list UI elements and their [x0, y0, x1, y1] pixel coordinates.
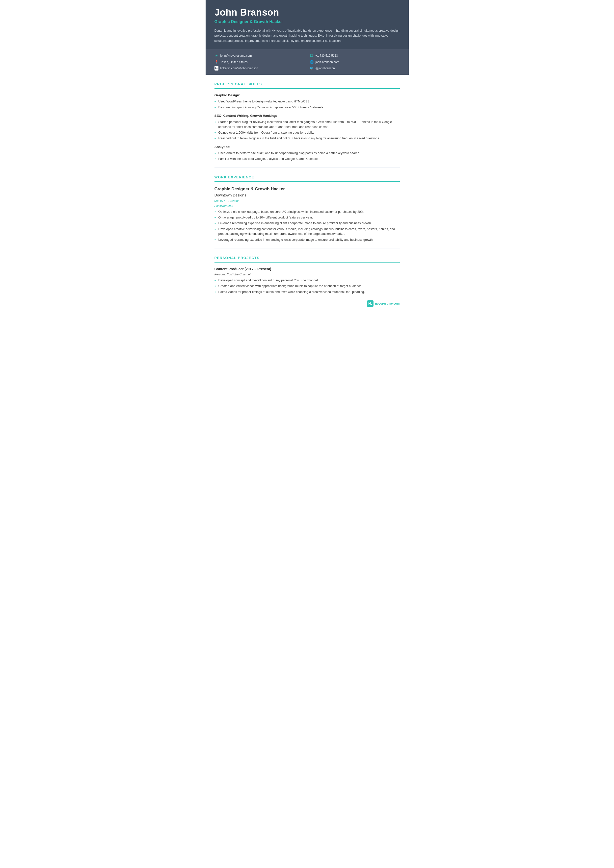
analytics-bullets: Used Ahrefs to perform site audit, and f…: [215, 151, 400, 161]
achievements-label: Achievements: [215, 204, 400, 208]
project-title: Content Producer (2017 – Present): [215, 267, 400, 272]
list-item: Optimized old check-out page, based on c…: [215, 209, 400, 214]
seo-subtitle: SEO, Content Writing, Growth Hacking:: [215, 113, 400, 118]
list-item: Leverage rebranding expertise in enhanci…: [215, 221, 400, 226]
contact-bar: ✉ john@novoresume.com ☐ +1 730 512 5123 …: [205, 49, 409, 75]
work-section-title: WORK EXPERIENCE: [215, 175, 400, 182]
list-item: Edited videos for proper timings of audi…: [215, 290, 400, 294]
projects-section: PERSONAL PROJECTS Content Producer (2017…: [215, 255, 400, 294]
skills-section-title: PROFESSIONAL SKILLS: [215, 82, 400, 89]
list-item: Developed creative advertising content f…: [215, 227, 400, 237]
linkedin-value: linkedin.com/in/john-branson: [221, 66, 258, 71]
contact-twitter: 🐦 @johnbranson: [309, 66, 400, 71]
main-content: PROFESSIONAL SKILLS Graphic Design: Used…: [205, 82, 409, 294]
header-section: John Branson Graphic Designer & Growth H…: [205, 0, 409, 49]
list-item: Developed concept and overall content of…: [215, 278, 400, 283]
location-icon: 📍: [215, 60, 218, 65]
graphic-design-bullets: Used WordPress theme to design website, …: [215, 99, 400, 110]
candidate-name: John Branson: [215, 7, 400, 18]
list-item: Reached out to fellow bloggers in the fi…: [215, 136, 400, 141]
list-item: Leveraged rebranding expertise in enhanc…: [215, 237, 400, 242]
phone-icon: ☐: [309, 53, 314, 58]
job-title: Graphic Designer & Growth Hacker: [215, 186, 400, 192]
work-dates: 08/2017 – Present: [215, 199, 400, 203]
list-item: Used Ahrefs to perform site audit, and f…: [215, 151, 400, 156]
list-item: Used WordPress theme to design website, …: [215, 99, 400, 104]
candidate-summary: Dynamic and innovative professional with…: [215, 28, 400, 43]
graphic-design-subtitle: Graphic Design:: [215, 93, 400, 98]
location-value: Texas, United States: [221, 60, 248, 64]
logo-letter: [367, 301, 373, 307]
company-name: Downtown Designs: [215, 192, 400, 198]
contact-phone: ☐ +1 730 512 5123: [309, 53, 400, 58]
analytics-subtitle: Analytics:: [215, 144, 400, 149]
phone-value: +1 730 512 5123: [316, 53, 338, 58]
projects-section-title: PERSONAL PROJECTS: [215, 255, 400, 262]
logo-text: novoresume.com: [375, 301, 399, 306]
globe-icon: 🌐: [309, 60, 314, 65]
candidate-title: Graphic Designer & Growth Hacker: [215, 19, 400, 25]
work-bullets: Optimized old check-out page, based on c…: [215, 209, 400, 242]
resume-page: John Branson Graphic Designer & Growth H…: [205, 0, 409, 319]
list-item: Designed infographic using Canva which g…: [215, 105, 400, 110]
project-bullets: Developed concept and overall content of…: [215, 278, 400, 294]
seo-bullets: Started personal blog for reviewing elec…: [215, 120, 400, 141]
twitter-icon: 🐦: [309, 66, 314, 71]
work-section: WORK EXPERIENCE Graphic Designer & Growt…: [215, 175, 400, 242]
contact-email: ✉ john@novoresume.com: [215, 53, 305, 58]
contact-linkedin: in linkedin.com/in/john-branson: [215, 66, 305, 71]
twitter-value: @johnbranson: [316, 66, 335, 71]
list-item: Started personal blog for reviewing elec…: [215, 120, 400, 129]
footer: novoresume.com: [205, 295, 409, 309]
list-item: Gained over 1,500+ visits from Quora fro…: [215, 130, 400, 135]
contact-location: 📍 Texas, United States: [215, 60, 305, 65]
skills-section: PROFESSIONAL SKILLS Graphic Design: Used…: [215, 82, 400, 161]
email-value: john@novoresume.com: [221, 53, 252, 58]
contact-website: 🌐 john-branson.com: [309, 60, 400, 65]
website-value: john-branson.com: [316, 60, 339, 64]
list-item: On average, prototyped up to 20+ differe…: [215, 215, 400, 220]
email-icon: ✉: [215, 53, 218, 58]
list-item: Created and edited videos with appropria…: [215, 284, 400, 288]
linkedin-icon: in: [215, 66, 218, 71]
logo-svg: [368, 301, 373, 306]
project-subtitle: Personal YouTube Channel: [215, 272, 400, 277]
list-item: Familiar with the basics of Google Analy…: [215, 157, 400, 161]
novoresume-logo: novoresume.com: [367, 301, 399, 307]
